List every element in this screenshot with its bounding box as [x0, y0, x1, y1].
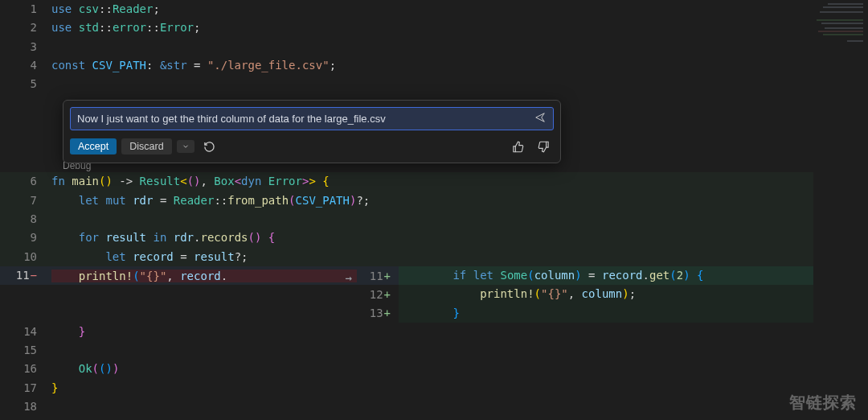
line-number: 11− — [0, 266, 51, 285]
discard-button[interactable]: Discard — [121, 138, 171, 154]
line-number-insert: 11+ — [357, 270, 399, 282]
thumbs-up-button[interactable] — [507, 137, 528, 156]
code-line[interactable]: 5 — [0, 75, 813, 93]
line-number: 1 — [0, 0, 51, 19]
inline-chat-panel: Now I just want to get the third column … — [63, 100, 561, 163]
line-number: 14 — [0, 323, 51, 341]
code-line[interactable]: 17 } — [0, 379, 813, 397]
line-number: 4 — [0, 56, 51, 75]
line-number: 8 — [0, 210, 51, 229]
chat-input[interactable]: Now I just want to get the third column … — [70, 107, 554, 130]
diff-line-modified[interactable]: 11− println!("{}", record. → 11+ if let … — [0, 266, 813, 285]
code-editor[interactable]: 1 use csv::Reader; 2 use std::error::Err… — [0, 0, 813, 416]
code-line[interactable]: 15 — [0, 341, 813, 360]
diff-line-added[interactable]: 13+ } — [0, 304, 813, 323]
code-line[interactable]: 16 Ok(()) — [0, 360, 813, 378]
chat-input-text[interactable]: Now I just want to get the third column … — [77, 113, 534, 125]
line-number: 15 — [0, 341, 51, 360]
code-line[interactable]: 6 fn main() -> Result<(), Box<dyn Error>… — [0, 172, 813, 191]
code-line[interactable]: 3 — [0, 38, 813, 56]
rerun-button[interactable] — [199, 137, 220, 156]
thumbs-down-button[interactable] — [533, 137, 554, 156]
minimap[interactable] — [813, 0, 868, 420]
send-icon[interactable] — [534, 112, 547, 126]
diff-arrow-icon: → — [346, 271, 352, 284]
line-number: 5 — [0, 75, 51, 93]
code-line[interactable]: 2 use std::error::Error; — [0, 19, 813, 37]
line-number: 6 — [0, 172, 51, 191]
diff-line-added[interactable]: 12+ println!("{}", column); — [0, 285, 813, 303]
code-line[interactable]: 10 let record = result?; — [0, 248, 813, 266]
code-line[interactable]: 18 — [0, 397, 813, 416]
accept-button[interactable]: Accept — [70, 138, 117, 154]
line-number: 17 — [0, 379, 51, 397]
line-number: 7 — [0, 191, 51, 210]
code-line[interactable]: 7 let mut rdr = Reader::from_path(CSV_PA… — [0, 191, 813, 210]
line-number: 18 — [0, 397, 51, 416]
line-number: 3 — [0, 38, 51, 56]
line-number-insert: 13+ — [357, 307, 399, 319]
code-line[interactable]: 14 } — [0, 323, 813, 341]
code-line[interactable]: 9 for result in rdr.records() { — [0, 229, 813, 247]
line-number: 9 — [0, 229, 51, 247]
watermark: 智链探索 — [789, 392, 857, 414]
line-number: 2 — [0, 19, 51, 37]
code-line[interactable]: 4 const CSV_PATH: &str = "./large_file.c… — [0, 56, 813, 75]
code-line[interactable]: 1 use csv::Reader; — [0, 0, 813, 19]
line-number-insert: 12+ — [357, 288, 399, 301]
code-line[interactable]: 8 — [0, 210, 813, 229]
line-number: 16 — [0, 360, 51, 378]
line-number: 10 — [0, 248, 51, 266]
discard-dropdown-button[interactable] — [177, 140, 194, 153]
